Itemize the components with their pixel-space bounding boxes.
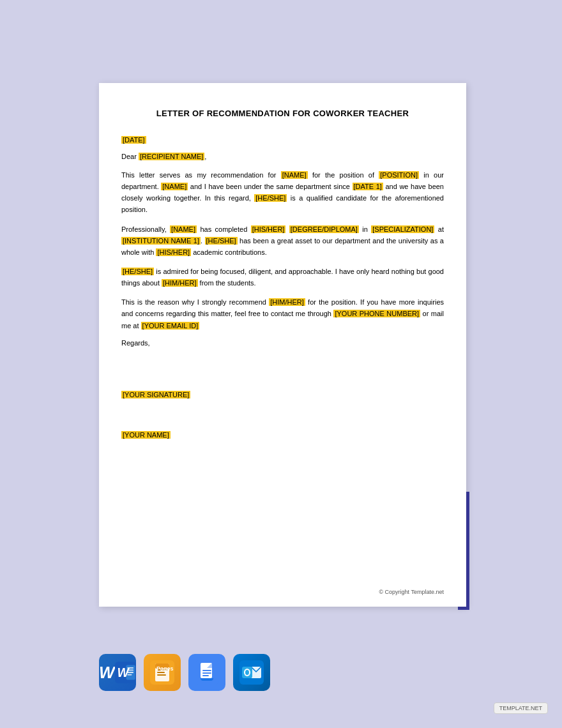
email-ph: [YOUR EMAIL ID] bbox=[141, 322, 200, 330]
name-block: [YOUR NAME] bbox=[121, 416, 444, 440]
word-app-icon[interactable]: W bbox=[99, 654, 136, 691]
himher-ph-2: [HIM/HER] bbox=[269, 298, 305, 306]
position-ph: [POSITION] bbox=[379, 171, 419, 179]
svg-rect-6 bbox=[127, 674, 132, 676]
pages-app-icon[interactable]: Pages bbox=[144, 654, 181, 691]
heshe-ph-1: [HE/SHE] bbox=[254, 194, 287, 202]
your-name-placeholder: [YOUR NAME] bbox=[121, 431, 171, 439]
specialization-ph: [SPECIALIZATION] bbox=[371, 225, 434, 233]
heshe-ph-3: [HE/SHE] bbox=[121, 268, 154, 275]
svg-rect-11 bbox=[157, 672, 165, 673]
svg-text:Pages: Pages bbox=[156, 665, 174, 672]
svg-rect-20 bbox=[202, 675, 209, 676]
document-page: LETTER OF RECOMMENDATION FOR COWORKER TE… bbox=[99, 83, 466, 607]
paragraph-2: Professionally, [NAME] has completed [HI… bbox=[121, 224, 444, 258]
paragraph-4: This is the reason why I strongly recomm… bbox=[121, 296, 444, 331]
svg-rect-3 bbox=[127, 667, 133, 669]
himher-ph-1: [HIM/HER] bbox=[162, 279, 198, 287]
date-placeholder: [DATE] bbox=[121, 136, 146, 144]
paragraph-1: This letter serves as my recommendation … bbox=[121, 169, 444, 216]
phone-ph: [YOUR PHONE NUMBER] bbox=[333, 310, 420, 317]
salutation: Dear [RECIPIENT NAME], bbox=[121, 153, 444, 160]
outlook-app-icon[interactable] bbox=[233, 654, 270, 691]
svg-rect-5 bbox=[127, 672, 133, 673]
degree-ph: [DEGREE/DIPLOMA] bbox=[289, 225, 359, 233]
paragraph-3: [HE/SHE] is admired for being focused, d… bbox=[121, 266, 444, 289]
template-net-badge: TEMPLATE.NET bbox=[494, 702, 548, 714]
recipient-name-placeholder: [RECIPIENT NAME] bbox=[139, 153, 204, 160]
svg-rect-4 bbox=[127, 670, 133, 671]
document-content: LETTER OF RECOMMENDATION FOR COWORKER TE… bbox=[99, 83, 466, 459]
svg-rect-19 bbox=[202, 672, 211, 674]
svg-rect-18 bbox=[202, 670, 211, 671]
signature-block: [YOUR SIGNATURE] bbox=[121, 366, 444, 400]
app-icons-bar: W Pages bbox=[99, 654, 270, 691]
svg-rect-12 bbox=[157, 674, 166, 676]
google-docs-app-icon[interactable] bbox=[188, 654, 225, 691]
date-field: [DATE] bbox=[121, 136, 444, 144]
name-ph-1: [NAME] bbox=[281, 171, 308, 179]
hisher-ph-1: [HIS/HER] bbox=[251, 225, 286, 233]
signature-placeholder: [YOUR SIGNATURE] bbox=[121, 391, 190, 398]
svg-point-25 bbox=[245, 670, 249, 675]
document-title: LETTER OF RECOMMENDATION FOR COWORKER TE… bbox=[121, 109, 444, 118]
name-ph-2: [NAME] bbox=[161, 183, 188, 190]
signature-label: [YOUR SIGNATURE] bbox=[121, 388, 444, 400]
name-ph-3: [NAME] bbox=[170, 225, 197, 233]
hisher-ph-2: [HIS/HER] bbox=[156, 248, 191, 256]
your-name-label: [YOUR NAME] bbox=[121, 428, 444, 440]
heshe-ph-2: [HE/SHE] bbox=[205, 237, 238, 245]
institution-ph: [INSTITUTION NAME 1] bbox=[121, 237, 201, 245]
regards-text: Regards, bbox=[121, 339, 444, 347]
date1-ph: [DATE 1] bbox=[353, 183, 383, 190]
copyright-text: © Copyright Template.net bbox=[379, 589, 444, 595]
